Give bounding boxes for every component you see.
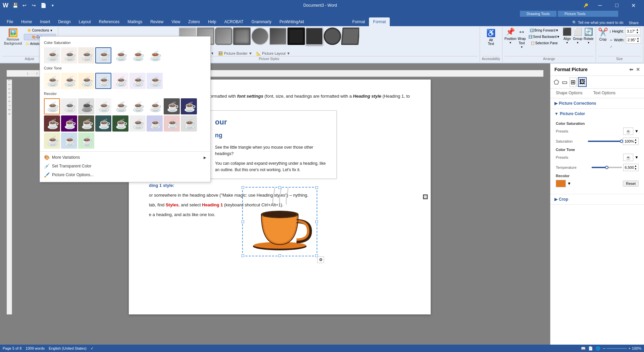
recolor-swatch-20[interactable]: ☕	[61, 133, 77, 149]
group-button[interactable]: ⬜ Group ▼	[573, 28, 582, 49]
recolor-swatch-2[interactable]: ☕	[61, 98, 77, 114]
undo-button[interactable]: ↩	[20, 1, 29, 9]
picture-color-header[interactable]: ▼ Picture Color	[550, 109, 644, 119]
corrections-button[interactable]: ☀️ Corrections ▼	[24, 28, 56, 33]
shape-options-tab[interactable]: Shape Options	[550, 89, 588, 98]
send-backward-button[interactable]: ⬇️Send Backward▼	[527, 34, 561, 40]
width-up[interactable]: ▲	[637, 37, 639, 40]
bring-forward-button[interactable]: ⬆️Bring Forward▼	[527, 28, 561, 33]
layout-options-button[interactable]: ⚙	[317, 256, 324, 263]
saturation-swatch-4[interactable]: ☕	[95, 47, 111, 63]
shape-options-rect[interactable]: ▭	[561, 78, 568, 87]
rotate-button[interactable]: 🔄 Rotate ▼	[584, 28, 593, 49]
recolor-swatch-3[interactable]: ☕	[78, 98, 94, 114]
temperature-value-input[interactable]: 6,500 ▲▼	[623, 164, 639, 171]
tab-view[interactable]: View	[168, 17, 184, 26]
recolor-swatch-6[interactable]: ☕	[129, 98, 146, 114]
web-layout-icon[interactable]: 🌐	[596, 346, 600, 351]
zoom-out-button[interactable]: ─	[603, 346, 606, 350]
height-input[interactable]: 3.17" ▲ ▼	[625, 28, 640, 35]
align-button[interactable]: ⬛ Align ▼	[562, 28, 572, 49]
picture-style-10[interactable]	[341, 28, 359, 45]
text-options-tab[interactable]: Text Options	[588, 89, 621, 98]
panel-close-icon[interactable]: ✕	[636, 67, 640, 72]
saturation-preset-btn[interactable]: ☕	[623, 128, 633, 135]
recolor-swatch-10[interactable]: ☕	[44, 115, 60, 132]
saturation-swatch-2[interactable]: ☕	[61, 47, 77, 63]
recolor-dropdown[interactable]: ▼	[567, 181, 571, 186]
print-layout-icon[interactable]: 📄	[588, 346, 593, 351]
recolor-color-btn[interactable]	[556, 180, 566, 187]
saturation-slider[interactable]	[588, 141, 622, 142]
customize-quick-access[interactable]: ▼	[49, 1, 57, 9]
zoom-slider[interactable]	[607, 348, 627, 349]
tab-prowritingaid[interactable]: ProWritingAid	[275, 17, 308, 26]
close-button[interactable]: ✕	[626, 0, 641, 11]
shape-options-image[interactable]: 🖼	[578, 77, 587, 87]
tab-layout[interactable]: Layout	[75, 17, 95, 26]
recolor-swatch-15[interactable]: ☕	[129, 115, 146, 132]
tone-swatch-2[interactable]: ☕	[61, 73, 77, 89]
zoom-in-button[interactable]: +	[628, 346, 630, 350]
picture-style-9[interactable]	[324, 28, 341, 45]
tab-help[interactable]: Help	[204, 17, 220, 26]
new-button[interactable]: 📄	[39, 1, 47, 9]
handle-top-left[interactable]	[241, 186, 244, 189]
recolor-swatch-19[interactable]: ☕	[44, 133, 60, 149]
saturation-swatch-1[interactable]: ☕	[44, 47, 60, 63]
recolor-swatch-7[interactable]: ☕	[147, 98, 163, 114]
handle-bottom-center[interactable]	[278, 254, 281, 257]
image-wrapper[interactable]: ⚙	[242, 187, 317, 256]
recolor-swatch-14[interactable]: ☕	[112, 115, 128, 132]
picture-style-8[interactable]	[306, 28, 323, 45]
recolor-swatch-17[interactable]: ☕	[164, 115, 180, 132]
recolor-swatch-11[interactable]: ☕	[61, 115, 77, 132]
height-up[interactable]: ▲	[636, 28, 639, 31]
tone-preset-dropdown[interactable]: ▼	[635, 155, 639, 160]
recolor-swatch-4[interactable]: ☕	[95, 98, 111, 114]
recolor-swatch-9[interactable]: ☕	[181, 98, 197, 114]
handle-bottom-left[interactable]	[241, 254, 244, 257]
tab-home[interactable]: Home	[17, 17, 36, 26]
remove-background-button[interactable]: 🖼️ RemoveBackground	[3, 28, 23, 47]
saturation-swatch-3[interactable]: ☕	[78, 47, 94, 63]
picture-color-options-item[interactable]: 🖌️ Picture Color Options...	[40, 170, 210, 179]
set-transparent-color-item[interactable]: 💉 Set Transparent Color	[40, 162, 210, 170]
recolor-swatch-13[interactable]: ☕	[95, 115, 111, 132]
handle-top-center[interactable]	[278, 186, 281, 189]
maximize-button[interactable]: □	[609, 0, 625, 11]
picture-style-4[interactable]	[233, 28, 251, 45]
picture-border-button[interactable]: 🖼️ Picture Border ▼	[217, 51, 254, 56]
shape-options-grid[interactable]: ⊞	[570, 78, 577, 87]
recolor-swatch-12[interactable]: ☕	[78, 115, 94, 132]
tab-references[interactable]: References	[95, 17, 123, 26]
recolor-swatch-18[interactable]: ☕	[181, 115, 197, 132]
tell-me-search[interactable]: 🔍 Tell me what you want to do	[570, 19, 626, 26]
tone-preset-btn[interactable]: ☕	[623, 154, 633, 161]
recolor-swatch-16[interactable]: ☕	[147, 115, 163, 132]
tab-design[interactable]: Design	[54, 17, 74, 26]
picture-style-6[interactable]	[269, 28, 287, 45]
save-button[interactable]: 💾	[11, 1, 19, 9]
share-button[interactable]: Share	[626, 19, 641, 26]
reset-button[interactable]: Reset	[623, 181, 639, 187]
tone-swatch-3[interactable]: ☕	[78, 73, 94, 89]
picture-corrections-header[interactable]: ▶ Picture Corrections	[550, 98, 644, 108]
tone-swatch-1[interactable]: ☕	[44, 73, 60, 89]
size-expand[interactable]: ↗	[609, 45, 641, 49]
wrap-text-button[interactable]: ↔️ Wrap Text ▼	[518, 28, 526, 49]
crop-header[interactable]: ▶ Crop	[550, 194, 644, 204]
handle-middle-right[interactable]	[315, 220, 318, 223]
tab-file[interactable]: File	[3, 17, 17, 26]
width-down[interactable]: ▼	[637, 40, 639, 43]
picture-layout-button[interactable]: 📐 Picture Layout ▼	[255, 51, 291, 56]
tab-format-drawing[interactable]: Format	[348, 17, 369, 26]
saturation-swatch-7[interactable]: ☕	[147, 47, 163, 63]
recolor-swatch-1[interactable]: ☕	[44, 98, 60, 114]
redo-button[interactable]: ↪	[30, 1, 38, 9]
saturation-preset-dropdown[interactable]: ▼	[635, 129, 639, 134]
tone-swatch-6[interactable]: ☕	[129, 73, 146, 89]
picture-style-3[interactable]	[215, 28, 232, 45]
selection-pane-button[interactable]: 📋Selection Pane	[527, 40, 561, 46]
tab-format-picture[interactable]: Format	[369, 17, 390, 26]
